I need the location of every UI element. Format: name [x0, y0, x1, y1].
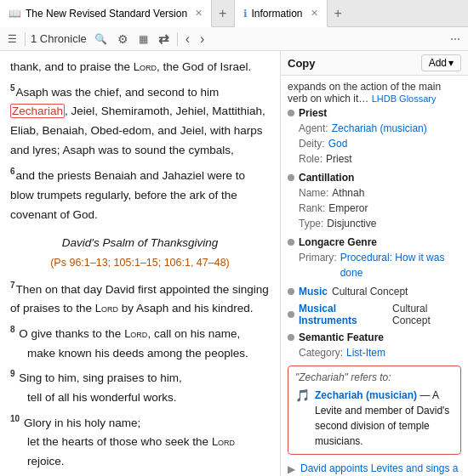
cant-rank-row: Rank: Emperor: [288, 201, 461, 216]
music-concept: Cultural Concept: [332, 286, 408, 298]
tab-bar: 📖 The New Revised Standard Version ✕ + ℹ…: [0, 0, 468, 27]
toolbar-divider2: [177, 32, 178, 46]
info-toolbar: Copy Add ▾: [281, 51, 468, 76]
refers-name[interactable]: Zechariah (musician): [315, 389, 417, 401]
role-value: Priest: [326, 151, 352, 167]
section-instruments: Musical Instruments Cultural Concept: [288, 303, 461, 326]
menu-button[interactable]: ☰: [5, 32, 20, 46]
bible-tab-add[interactable]: +: [212, 0, 233, 26]
cant-type-value: Disjunctive: [327, 216, 376, 231]
cant-type-row: Type: Disjunctive: [288, 216, 461, 231]
priest-role-row: Role: Priest: [288, 151, 461, 167]
agent-value[interactable]: Zechariah (musician): [332, 121, 427, 136]
semantic-label: Semantic Feature: [299, 332, 384, 343]
refers-icon: 🎵: [295, 388, 310, 402]
refers-title: "Zechariah" refers to:: [295, 371, 454, 383]
info-tab-add[interactable]: +: [328, 0, 349, 26]
event-arrow-1: ▶: [288, 463, 295, 475]
priest-label: Priest: [299, 107, 327, 119]
section-music: Music Cultural Concept: [288, 286, 461, 298]
info-content: expands on the action of the main verb o…: [281, 76, 468, 476]
bible-tab-label: The New Revised Standard Version: [26, 8, 187, 20]
deity-value[interactable]: God: [328, 136, 348, 151]
semantic-cat-label: Category:: [299, 345, 343, 360]
lhdb-link[interactable]: LHDB Glossary: [372, 94, 437, 104]
sync-button[interactable]: ⇄: [156, 31, 172, 48]
bible-tab-icon: 📖: [9, 8, 21, 20]
refers-item: 🎵 Zechariah (musician) — A Levite and me…: [295, 388, 454, 449]
semantic-bullet: [288, 334, 294, 341]
bible-tab-close[interactable]: ✕: [195, 8, 203, 19]
section-priest: Priest Agent: Zechariah (musician) Deity…: [288, 107, 461, 167]
longacre-label: Longacre Genre: [299, 236, 377, 248]
semantic-cat-value[interactable]: List-Item: [346, 345, 385, 360]
refers-to-box: "Zechariah" refers to: 🎵 Zechariah (musi…: [288, 366, 461, 455]
tab-info[interactable]: ℹ Information ✕: [235, 0, 328, 27]
refers-text: Zechariah (musician) — A Levite and memb…: [315, 388, 454, 449]
priest-deity-row: Deity: God: [288, 136, 461, 151]
priest-agent-row: Agent: Zechariah (musician): [288, 121, 461, 136]
cant-rank-value: Emperor: [328, 201, 368, 216]
info-tab-label: Information: [252, 8, 303, 20]
instruments-label[interactable]: Musical Instruments: [299, 303, 388, 326]
refers-dash: —: [419, 389, 432, 401]
verse-6: 6and the priests Benaiah and Jahaziel we…: [10, 164, 270, 224]
layout-button[interactable]: ▦: [136, 32, 151, 46]
options-button[interactable]: ⚙: [115, 31, 131, 47]
more-button[interactable]: ⋯: [448, 32, 463, 46]
info-tab-icon: ℹ: [243, 8, 248, 20]
cant-name-row: Name: Athnah: [288, 185, 461, 201]
cant-type-label: Type:: [299, 216, 323, 231]
main-content: thank, and to praise the Lord, the God o…: [0, 51, 468, 476]
longacre-primary-row: Primary: Procedural: How it was done: [288, 250, 461, 280]
section-semantic: Semantic Feature Category: List-Item: [288, 332, 461, 360]
instruments-bullet: [288, 311, 294, 318]
verse-9: 9 Sing to him, sing praises to him, tell…: [10, 366, 270, 407]
verse-8: 8 O give thanks to the Lord, call on his…: [10, 322, 270, 363]
add-chevron: ▾: [448, 57, 454, 69]
toolbar: ☰ 1 Chronicle 🔍 ⚙ ▦ ⇄ ‹ › ⋯: [0, 27, 468, 51]
info-tab-close[interactable]: ✕: [311, 8, 318, 19]
copy-label: Copy: [288, 57, 316, 70]
search-button[interactable]: 🔍: [92, 32, 110, 46]
event-item-1: ▶ David appoints Levites and sings a son…: [288, 460, 461, 476]
priest-bullet: [288, 110, 294, 116]
toolbar-divider: [25, 32, 26, 46]
bible-panel[interactable]: thank, and to praise the Lord, the God o…: [0, 51, 281, 476]
cant-rank-label: Rank:: [299, 201, 325, 216]
info-panel: Copy Add ▾ expands on the action of the …: [281, 51, 468, 476]
forward-button[interactable]: ›: [197, 31, 207, 48]
role-label: Role:: [299, 151, 322, 167]
psalm-ref: (Ps 96:1–13; 105:1–15; 106:1, 47–48): [10, 254, 270, 272]
section-longacre: Longacre Genre Primary: Procedural: How …: [288, 236, 461, 280]
longacre-bullet: [288, 239, 294, 246]
deity-label: Deity:: [299, 136, 325, 151]
breadcrumb: 1 Chronicle: [31, 32, 87, 45]
verse-5: 5Asaph was the chief, and second to him …: [10, 81, 270, 161]
event-list: ▶ David appoints Levites and sings a son…: [288, 460, 461, 476]
instruments-concept: Cultural Concept: [392, 303, 461, 326]
psalm-title: David's Psalm of Thanksgiving: [10, 234, 270, 253]
back-button[interactable]: ‹: [183, 31, 192, 48]
longacre-primary-value[interactable]: Procedural: How it was done: [340, 250, 461, 280]
verse-7: 7Then on that day David first appointed …: [10, 278, 270, 319]
section-cantillation: Cantillation Name: Athnah Rank: Emperor …: [288, 172, 461, 231]
tab-bible[interactable]: 📖 The New Revised Standard Version ✕: [0, 0, 212, 27]
music-bullet: [288, 288, 294, 295]
longacre-primary-label: Primary:: [299, 250, 337, 280]
cantillation-bullet: [288, 174, 294, 181]
info-summary: expands on the action of the main verb o…: [288, 81, 461, 105]
verse-intro: thank, and to praise the Lord, the God o…: [10, 58, 270, 77]
music-label[interactable]: Music: [299, 286, 328, 298]
agent-label: Agent:: [299, 121, 328, 136]
add-label: Add: [429, 57, 447, 69]
verse-10: 10 Glory in his holy name; let the heart…: [10, 411, 270, 472]
semantic-category-row: Category: List-Item: [288, 345, 461, 360]
add-button[interactable]: Add ▾: [421, 54, 461, 71]
highlighted-zechariah[interactable]: Zechariah: [10, 104, 65, 118]
cant-name-value: Athnah: [332, 185, 364, 201]
cantillation-label: Cantillation: [299, 172, 354, 184]
cant-name-label: Name:: [299, 185, 328, 201]
